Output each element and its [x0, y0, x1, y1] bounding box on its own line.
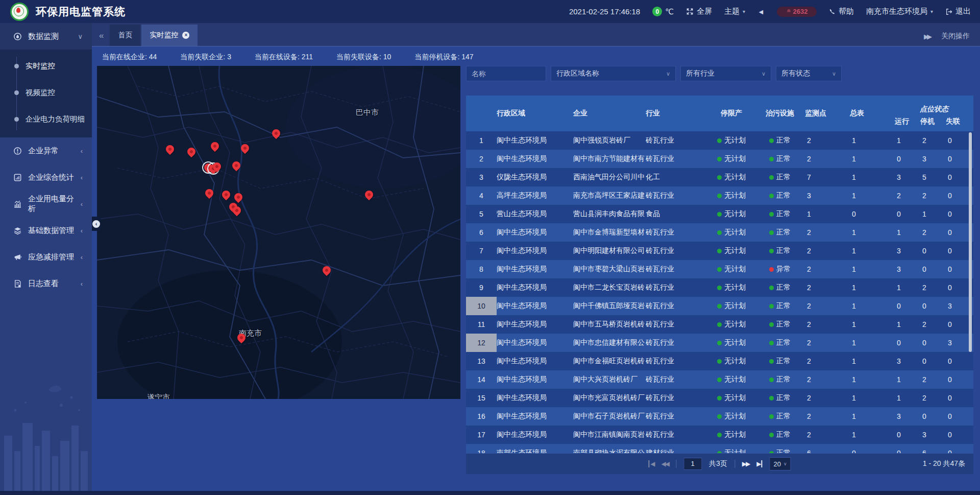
- collapse-arrow-icon: ‹: [92, 220, 100, 228]
- cell-monitor-count: 2: [805, 155, 850, 163]
- row-index: 18: [466, 444, 497, 453]
- cell-total-meter: 0: [850, 449, 895, 453]
- composite-stats-icon: [13, 173, 22, 182]
- sidebar-item-label: 数据监测: [28, 32, 59, 41]
- industry-select[interactable]: 所有行业 ∨: [680, 66, 771, 81]
- alarm-count-badge[interactable]: 2632: [777, 7, 817, 17]
- sidebar-item[interactable]: 应急减排管理‹: [0, 244, 92, 270]
- green-dot-icon: [769, 286, 774, 290]
- cell-facility-status: 正常: [755, 393, 805, 403]
- org-dropdown[interactable]: 南充市生态环境局 ▾: [866, 7, 933, 16]
- chevron-left-icon: ‹: [81, 227, 83, 234]
- tabs-scroll-left-icon[interactable]: «: [99, 31, 104, 41]
- cell-total-meter: 1: [850, 136, 895, 145]
- cell-region: 阆中生态环境局: [497, 375, 573, 384]
- table-row[interactable]: 14阆中生态环境局阆中大兴页岩机砖厂砖瓦行业无计划正常21120: [466, 370, 973, 389]
- cell-facility-status: 正常: [755, 412, 805, 421]
- map-city-label: 巴中市: [356, 108, 379, 117]
- sidebar-subitem[interactable]: 企业电力负荷明细: [0, 106, 92, 132]
- cell-company: 阆中明阳建材有限公司: [573, 246, 646, 255]
- prev-page-button[interactable]: ◀◀: [662, 460, 669, 467]
- chevron-left-icon: ‹: [81, 280, 83, 288]
- tab-首页[interactable]: 首页: [110, 25, 140, 46]
- table-row[interactable]: 2阆中生态环境局阆中市南方节能建材有砖瓦行业无计划正常21030: [466, 150, 973, 168]
- last-page-button[interactable]: ▶: [756, 460, 762, 467]
- cell-lost-count: 0: [946, 449, 973, 453]
- chevron-left-icon: ‹: [81, 174, 83, 181]
- sidebar-item-label: 基础数据管理: [28, 226, 74, 235]
- sidebar-item[interactable]: 企业用电量分析‹: [0, 191, 92, 217]
- green-dot-icon: [717, 433, 722, 437]
- sidebar-item[interactable]: 企业综合统计‹: [0, 164, 92, 191]
- red-dot-icon: [769, 267, 774, 272]
- cell-monitor-count: 2: [805, 284, 850, 292]
- sidebar-item[interactable]: 数据监测∨: [0, 23, 92, 50]
- tab-close-icon[interactable]: [182, 32, 189, 39]
- stat-item: 当前停机设备: 147: [414, 53, 473, 62]
- table-row[interactable]: 11阆中生态环境局阆中市五马桥页岩机砖砖瓦行业无计划正常21120: [466, 315, 973, 334]
- theme-dropdown[interactable]: 主题 ▾: [724, 7, 745, 16]
- table-scrollbar[interactable]: [969, 132, 972, 352]
- table-row[interactable]: 16阆中生态环境局阆中市石子页岩机砖厂砖瓦行业无计划正常21300: [466, 407, 973, 426]
- sidebar-item[interactable]: 基础数据管理‹: [0, 217, 92, 244]
- green-dot-icon: [717, 157, 722, 161]
- cell-monitor-count: 7: [805, 173, 850, 181]
- table-row[interactable]: 15阆中生态环境局阆中市光富页岩机砖厂砖瓦行业无计划正常21120: [466, 389, 973, 407]
- log-view-icon: [13, 279, 22, 288]
- cell-total-meter: 1: [850, 302, 895, 310]
- table-row[interactable]: 10阆中生态环境局阆中千佛镇五郎垭页岩砖瓦行业无计划正常21003: [466, 297, 973, 315]
- green-dot-icon: [717, 230, 722, 235]
- sidebar-group-5: 基础数据管理‹: [0, 217, 92, 244]
- sidebar-collapse-handle[interactable]: ‹: [92, 217, 101, 231]
- close-operations-button[interactable]: 关闭操作: [941, 32, 970, 41]
- col-facility-header: 治污设施: [755, 96, 805, 131]
- green-dot-icon: [769, 194, 774, 198]
- datetime: 2021-02-25 17:46:18: [569, 7, 640, 16]
- page-size-select[interactable]: 20 ∨: [770, 457, 791, 470]
- cell-industry: 砖瓦行业: [646, 412, 708, 421]
- table-row[interactable]: 18南部生态环境局南部县砌块水泥有限公建材行业无计划正常60060: [466, 444, 973, 453]
- table-row[interactable]: 17阆中生态环境局阆中市江南镇阆南页岩砖瓦行业无计划正常21030: [466, 426, 973, 444]
- table-row[interactable]: 13阆中生态环境局阆中市金福旺页岩机砖砖瓦行业无计划正常21300: [466, 352, 973, 370]
- table-row[interactable]: 12阆中生态环境局阆中市忠信建材有限公砖瓦行业无计划正常21003: [466, 334, 973, 352]
- phone-icon: [829, 8, 836, 15]
- divider: [734, 460, 735, 468]
- page-number-input[interactable]: 1: [683, 458, 702, 470]
- table-row[interactable]: 1阆中生态环境局阆中强锐页岩砖厂砖瓦行业无计划正常21120: [466, 131, 973, 150]
- table-header: 行政区域 企业 行业 停限产 治污设施 监测点 总表 点位状态 运行 停机 失联: [466, 96, 973, 131]
- tab-实时监控[interactable]: 实时监控: [141, 25, 198, 46]
- table-row[interactable]: 9阆中生态环境局阆中市二龙长宝页岩砖砖瓦行业无计划正常21120: [466, 278, 973, 297]
- table-row[interactable]: 7阆中生态环境局阆中明阳建材有限公司砖瓦行业无计划正常21300: [466, 242, 973, 260]
- cell-total-meter: 1: [850, 412, 895, 420]
- cell-industry: 砖瓦行业: [646, 154, 708, 163]
- sidebar-item[interactable]: 企业异常‹: [0, 137, 92, 164]
- cell-region: 阆中生态环境局: [497, 393, 573, 403]
- logout-button[interactable]: 退出: [945, 7, 971, 16]
- cell-monitor-count: 2: [805, 412, 850, 420]
- mute-speaker-icon[interactable]: ◄: [757, 8, 765, 16]
- table-row[interactable]: 3仪陇生态环境局西南油气田分公司川中化工无计划正常71350: [466, 168, 973, 186]
- name-search-input[interactable]: [466, 66, 546, 81]
- map-panel[interactable]: 巴中市南充市遂宁市: [97, 66, 460, 399]
- cell-run-count: 2: [895, 192, 920, 200]
- table-row[interactable]: 8阆中生态环境局阆中市枣碧大梁山页岩砖瓦行业无计划异常21300: [466, 260, 973, 278]
- cell-company: 南部县砌块水泥有限公: [573, 449, 646, 453]
- sidebar-subitem[interactable]: 视频监控: [0, 79, 92, 106]
- status-select[interactable]: 所有状态 ∨: [776, 66, 842, 81]
- table-row[interactable]: 5营山生态环境局营山县润丰肉食品有限食品无计划正常10010: [466, 205, 973, 223]
- table-row[interactable]: 4高坪生态环境局南充市高坪区王家店建砖瓦行业无计划正常31220: [466, 186, 973, 205]
- cell-monitor-count: 2: [805, 375, 850, 384]
- first-page-button[interactable]: ◀: [648, 460, 654, 467]
- tabs-scroll-right-icon[interactable]: ▶▶: [924, 33, 930, 40]
- cell-halt-count: 2: [920, 228, 946, 237]
- help-button[interactable]: 帮助: [829, 7, 854, 16]
- fullscreen-button[interactable]: 全屏: [686, 7, 712, 16]
- sidebar-subitem[interactable]: 实时监控: [0, 53, 92, 79]
- cell-run-count: 1: [895, 284, 920, 292]
- sidebar-item[interactable]: 日志查看‹: [0, 270, 92, 297]
- table-row[interactable]: 6阆中生态环境局阆中市金博瑞新型墙材砖瓦行业无计划正常21120: [466, 223, 973, 242]
- region-select[interactable]: 行政区域名称 ∨: [551, 66, 676, 81]
- green-dot-icon: [717, 267, 722, 272]
- cell-total-meter: 1: [850, 173, 895, 181]
- next-page-button[interactable]: ▶▶: [742, 460, 749, 467]
